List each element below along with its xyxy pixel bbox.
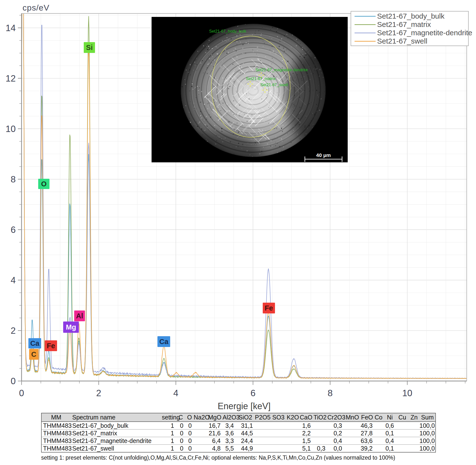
x-axis-title: Energie [keV] xyxy=(22,401,467,411)
column-header-co: Co xyxy=(373,413,384,422)
table-cell: 16,7 xyxy=(207,422,223,429)
table-header-row: MMSpectrum namesettingCONa2OMgOAl2O3SiO2… xyxy=(41,413,436,422)
table-cell xyxy=(409,429,419,437)
table-row: THMM483Set21-67_magnetite-dendrite1006,4… xyxy=(41,437,436,445)
x-tick-label: 10 xyxy=(402,388,412,398)
table-cell xyxy=(313,437,327,445)
sem-inset-image: Set21-67_body_bulkSet21-67_magnetite-den… xyxy=(152,17,348,162)
table-cell xyxy=(409,445,419,453)
table-cell xyxy=(286,422,299,429)
table-cell: 3,4 xyxy=(223,422,236,429)
column-header-o: O xyxy=(185,413,194,422)
table-cell xyxy=(255,437,271,445)
table-cell: 39,2 xyxy=(361,445,373,453)
table-cell: 2,2 xyxy=(299,429,313,437)
table-cell: THMM483 xyxy=(41,422,71,429)
table-cell xyxy=(271,445,286,453)
table-cell: 46,3 xyxy=(361,422,373,429)
table-cell xyxy=(271,429,286,437)
table-cell xyxy=(396,422,409,429)
table-cell xyxy=(373,429,384,437)
table-cell xyxy=(396,429,409,437)
column-header-so3: SO3 xyxy=(271,413,286,422)
table-cell xyxy=(286,437,299,445)
table-cell: 0 xyxy=(185,429,194,437)
column-header-ni: Ni xyxy=(384,413,396,422)
legend-label: Set21-67_matrix xyxy=(377,20,431,29)
table-row: THMM483Set21-67_body_bulk10016,73,431,11… xyxy=(41,422,436,429)
table-cell: 1,5 xyxy=(299,437,313,445)
table-cell: THMM483 xyxy=(41,437,71,445)
scale-bar-label: 40 µm xyxy=(316,152,331,158)
table-cell xyxy=(373,437,384,445)
legend-label: Set21-67_swell xyxy=(377,37,427,45)
table-cell: 1 xyxy=(162,429,176,437)
column-header-zn: Zn xyxy=(409,413,419,422)
y-tick-label: 10 xyxy=(6,124,16,134)
table-cell xyxy=(194,445,207,453)
table-cell xyxy=(344,429,361,437)
y-tick-label: 14 xyxy=(6,23,16,33)
column-header-spectrum name: Spectrum name xyxy=(71,413,162,422)
element-label-fe: Fe xyxy=(263,303,275,313)
table-cell: 0,6 xyxy=(384,422,396,429)
x-tick-label: 0 xyxy=(19,388,24,398)
column-header-sum: Sum xyxy=(419,413,436,422)
legend-line-swatch xyxy=(355,16,376,17)
table-cell: 1 xyxy=(162,437,176,445)
table-cell: 0,1 xyxy=(384,429,396,437)
element-label-ca: Ca xyxy=(28,338,41,348)
table-cell: 27,8 xyxy=(361,429,373,437)
table-cell: 1,6 xyxy=(299,422,313,429)
table-cell: Set21-67_swell xyxy=(71,445,162,453)
table-cell: 0,3 xyxy=(327,422,344,429)
table-cell: 1 xyxy=(162,422,176,429)
element-label-ca: Ca xyxy=(157,336,170,347)
table-cell xyxy=(255,429,271,437)
table-cell xyxy=(286,445,299,453)
x-tick-label: 4 xyxy=(173,388,178,398)
sem-particle-image: Set21-67_body_bulkSet21-67_magnetite-den… xyxy=(152,17,348,162)
table-cell: 63,6 xyxy=(361,437,373,445)
table-cell: 5,5 xyxy=(223,445,236,453)
inset-spot-label: Set21-67_matrix xyxy=(246,76,276,81)
table-cell: 24,4 xyxy=(236,437,255,445)
inset-spot-label: Set21-67_magnetite-dendrite xyxy=(255,68,308,72)
table-row: THMM483Set21-67_swell1004,85,544,95,10,3… xyxy=(41,445,436,453)
inset-spot-label: Set21-67_swell xyxy=(261,83,288,87)
legend-entry-set21-67_magnetite-dendrite: Set21-67_magnetite-dendrite xyxy=(355,29,468,37)
table-cell xyxy=(409,437,419,445)
table-cell: 0,3 xyxy=(313,445,327,453)
column-header-k2o: K2O xyxy=(286,413,299,422)
table-cell xyxy=(271,422,286,429)
y-tick-label: 8 xyxy=(11,174,16,184)
table-cell xyxy=(313,429,327,437)
inset-spot-label: Set21-67_body_bulk xyxy=(209,29,246,34)
element-label-o: O xyxy=(38,179,49,189)
table-cell xyxy=(396,437,409,445)
column-header-mm: MM xyxy=(41,413,71,422)
composition-table-wrap: MMSpectrum namesettingCONa2OMgOAl2O3SiO2… xyxy=(41,413,435,461)
column-header-cu: Cu xyxy=(396,413,409,422)
table-cell xyxy=(194,437,207,445)
table-cell: 0,0 xyxy=(327,445,344,453)
table-cell xyxy=(373,445,384,453)
y-tick-label: 12 xyxy=(6,73,16,83)
table-cell: 0,2 xyxy=(327,429,344,437)
table-cell xyxy=(344,437,361,445)
table-cell: Set21-67_magnetite-dendrite xyxy=(71,437,162,445)
table-cell: 0 xyxy=(176,437,185,445)
x-tick-label: 8 xyxy=(328,388,333,398)
table-cell: 0 xyxy=(185,437,194,445)
legend-entry-set21-67_swell: Set21-67_swell xyxy=(355,37,468,45)
table-cell: 21,6 xyxy=(207,429,223,437)
y-tick-label: 6 xyxy=(11,225,16,235)
table-cell: 0 xyxy=(176,445,185,453)
column-header-cao: CaO xyxy=(299,413,313,422)
settings-note: setting 1: preset elements: C(not unfold… xyxy=(41,454,435,461)
table-cell: 6,4 xyxy=(207,437,223,445)
table-cell xyxy=(344,422,361,429)
legend-label: Set21-67_magnetite-dendrite xyxy=(377,29,472,37)
column-header-setting: setting xyxy=(162,413,176,422)
table-cell xyxy=(313,422,327,429)
